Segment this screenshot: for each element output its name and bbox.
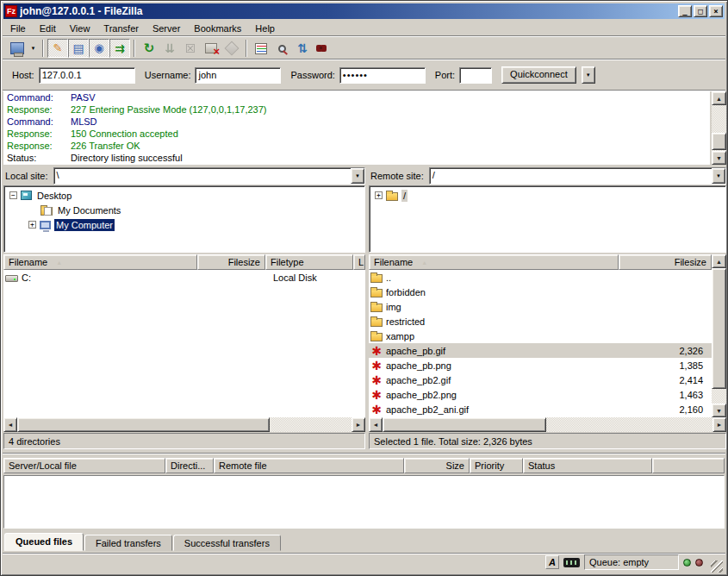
menu-help[interactable]: Help (248, 22, 282, 35)
password-input[interactable]: •••••• (339, 67, 426, 84)
expand-icon[interactable]: + (375, 191, 383, 199)
menu-bookmarks[interactable]: Bookmarks (187, 22, 248, 35)
menu-file[interactable]: File (3, 22, 33, 35)
column-header-size[interactable]: Size (404, 458, 470, 473)
chevron-down-icon[interactable]: ▼ (712, 168, 725, 184)
toggle-log-view-button[interactable]: ✎ (47, 39, 68, 58)
collapse-icon[interactable]: − (9, 191, 17, 199)
close-button[interactable]: × (709, 5, 723, 17)
scroll-left-icon[interactable]: ◄ (3, 417, 17, 432)
file-row[interactable]: ✱apache_pb.png1,385 (369, 358, 712, 373)
queue-list[interactable] (3, 475, 725, 529)
host-input[interactable]: 127.0.0.1 (39, 67, 135, 84)
disconnect-button[interactable] (201, 39, 221, 58)
column-header-status[interactable]: Status (523, 458, 652, 473)
file-row[interactable]: img (369, 299, 712, 314)
file-row-selected[interactable]: ✱apache_pb.gif2,326 (369, 343, 712, 358)
tab-successful-transfers[interactable]: Successful transfers (173, 535, 281, 551)
menu-transfer[interactable]: Transfer (96, 22, 146, 35)
process-queue-button[interactable]: ⇊ (159, 39, 180, 58)
remote-tree[interactable]: + / (369, 185, 726, 253)
site-manager-button[interactable] (7, 39, 28, 58)
menu-view[interactable]: View (63, 22, 97, 35)
folder-icon (370, 333, 383, 341)
tree-item-label: Desktop (35, 190, 73, 202)
file-row[interactable]: forbidden (369, 285, 712, 299)
file-row[interactable]: ✱apache_pb2.png1,463 (369, 387, 712, 402)
column-header-filename[interactable]: Filename▲ (3, 254, 197, 270)
scroll-up-icon[interactable]: ▲ (712, 254, 726, 268)
speed-limits-icon[interactable] (563, 558, 580, 567)
scroll-left-icon[interactable]: ◄ (369, 417, 383, 432)
reconnect-button[interactable] (221, 39, 242, 58)
tree-item-root[interactable]: + / (370, 188, 725, 203)
tab-queued-files[interactable]: Queued files (4, 533, 84, 551)
column-header-direction[interactable]: Directi... (165, 458, 214, 473)
minimize-button[interactable]: _ (678, 5, 692, 17)
column-header-filetype[interactable]: Filetype (265, 254, 353, 270)
file-row-c-drive[interactable]: C: Local Disk (3, 270, 365, 285)
column-header-filesize[interactable]: Filesize (619, 254, 712, 270)
toggle-queue-view-button[interactable]: ⇉ (109, 39, 130, 58)
remote-file-list[interactable]: .. forbidden img restricted xampp ✱apach… (369, 270, 712, 417)
local-file-list[interactable]: C: Local Disk (3, 270, 365, 417)
expand-icon[interactable]: + (28, 221, 36, 229)
file-row[interactable]: .. (369, 270, 712, 285)
tab-failed-transfers[interactable]: Failed transfers (84, 535, 172, 551)
local-tree[interactable]: − Desktop My Documents + My Computer (3, 185, 365, 253)
image-file-icon: ✱ (370, 360, 383, 372)
scroll-thumb[interactable] (383, 417, 546, 432)
directory-filters-button[interactable] (251, 39, 271, 58)
username-input[interactable]: john (195, 67, 281, 84)
message-log[interactable]: Command:PASV Response:227 Entering Passi… (3, 91, 710, 165)
window-title: john@127.0.0.1 - FileZilla (20, 5, 678, 17)
scroll-right-icon[interactable]: ► (712, 417, 726, 432)
remote-vscrollbar[interactable]: ▲ ▼ (712, 254, 726, 417)
scroll-thumb[interactable] (712, 133, 726, 150)
local-site-combo[interactable]: \ ▼ (53, 167, 365, 185)
remote-site-combo[interactable]: / ▼ (429, 167, 726, 185)
quickconnect-button[interactable]: Quickconnect (501, 66, 576, 84)
port-input[interactable] (459, 67, 492, 84)
scroll-thumb[interactable] (712, 268, 726, 389)
chevron-down-icon[interactable]: ▼ (351, 168, 364, 184)
remote-hscrollbar[interactable]: ◄ ► (369, 417, 726, 432)
scroll-thumb[interactable] (17, 417, 270, 432)
tree-item-my-documents[interactable]: My Documents (4, 203, 364, 217)
resize-grip[interactable] (711, 560, 723, 573)
file-row[interactable]: restricted (369, 314, 712, 329)
log-scrollbar[interactable]: ▲ ▼ (712, 91, 726, 165)
column-header-remote-file[interactable]: Remote file (214, 458, 404, 473)
tree-item-desktop[interactable]: − Desktop (4, 188, 364, 203)
scroll-up-icon[interactable]: ▲ (712, 91, 726, 105)
file-row[interactable]: ✱apache_pb2_ani.gif2,160 (369, 402, 712, 416)
synchronized-browsing-button[interactable]: ⇅ (292, 39, 313, 58)
scroll-right-icon[interactable]: ► (352, 417, 365, 432)
password-label: Password: (290, 70, 334, 80)
title-bar[interactable]: Fz john@127.0.0.1 - FileZilla _ □ × (3, 3, 725, 19)
column-header-lastmodified[interactable]: L (353, 254, 365, 270)
file-row[interactable]: xampp (369, 329, 712, 343)
scroll-down-icon[interactable]: ▼ (712, 151, 726, 165)
maximize-button[interactable]: □ (694, 5, 707, 17)
find-files-button[interactable] (313, 39, 333, 58)
menu-server[interactable]: Server (146, 22, 187, 35)
toggle-remote-tree-button[interactable]: ◉ (89, 39, 109, 58)
column-header-priority[interactable]: Priority (470, 458, 523, 473)
file-row[interactable]: ✱apache_pb2.gif2,414 (369, 373, 712, 387)
column-header-filename[interactable]: Filename▲ (369, 254, 619, 270)
toggle-local-tree-button[interactable]: ▤ (68, 39, 89, 58)
refresh-button[interactable]: ↻ (139, 39, 159, 58)
scroll-down-icon[interactable]: ▼ (712, 404, 726, 417)
column-header-server-local-file[interactable]: Server/Local file (3, 458, 165, 473)
site-manager-dropdown[interactable]: ▼ (28, 39, 39, 58)
menu-edit[interactable]: Edit (33, 22, 63, 35)
quickconnect-dropdown[interactable]: ▼ (582, 66, 595, 84)
transfer-type-icon[interactable]: A (545, 555, 559, 569)
compare-directories-button[interactable] (271, 39, 292, 58)
column-header-filesize[interactable]: Filesize (197, 254, 265, 270)
tree-item-my-computer[interactable]: + My Computer (4, 217, 364, 232)
divider (3, 59, 725, 60)
cancel-operation-button[interactable]: ☒ (180, 39, 201, 58)
local-hscrollbar[interactable]: ◄ ► (3, 417, 365, 432)
